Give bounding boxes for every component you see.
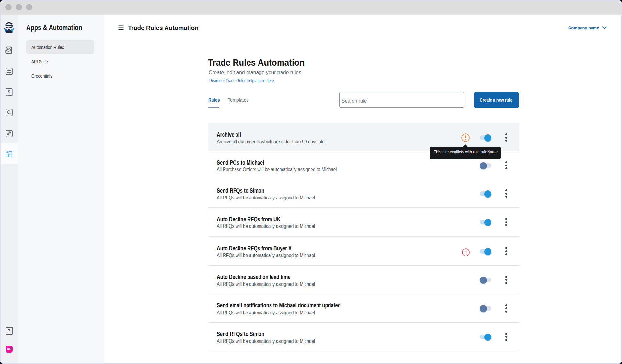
svg-text:?: ? <box>8 328 11 333</box>
svg-text:$: $ <box>8 90 10 94</box>
